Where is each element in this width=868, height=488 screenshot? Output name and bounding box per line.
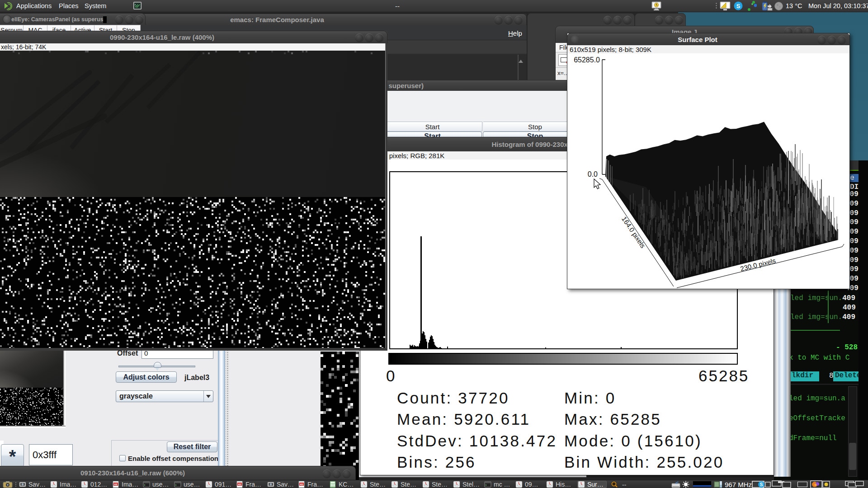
svg-text:XE: XE [300, 483, 303, 486]
svg-text:XE: XE [114, 483, 118, 486]
svg-text:S: S [760, 482, 763, 487]
svg-text:65285.0: 65285.0 [574, 56, 600, 64]
svg-text:z²: z² [675, 481, 679, 485]
svg-text:0.0: 0.0 [588, 170, 598, 178]
svg-text:XE: XE [238, 483, 241, 486]
svg-text:S: S [736, 3, 741, 9]
